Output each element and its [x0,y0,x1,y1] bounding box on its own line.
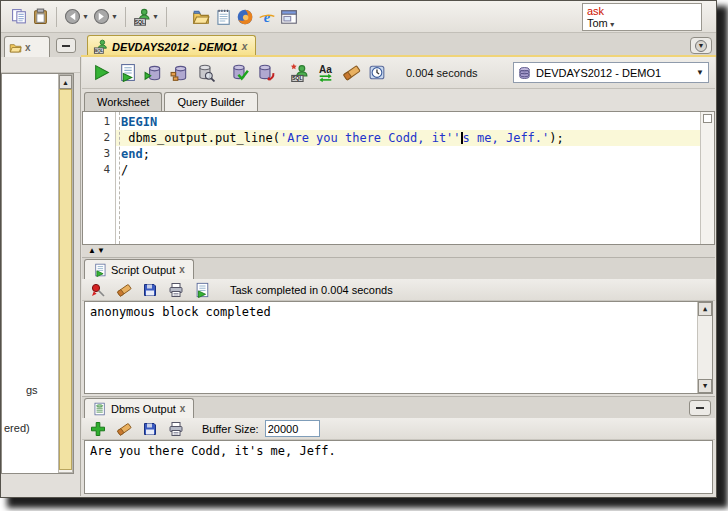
buffer-size-input[interactable] [265,420,320,437]
clear-output-button[interactable] [114,278,134,302]
script-output-area[interactable]: anonymous block completed ▲ ▼ [84,301,713,394]
code-line[interactable]: BEGIN [116,114,700,130]
open-folder-icon [192,8,210,26]
code-line[interactable]: dbms_output.put_line('Are you there Codd… [116,130,700,146]
search-text-line2: Tom [587,17,608,29]
editor-tab-row: Worksheet Query Builder [82,89,715,111]
code-segment-string: s me, Jeff.' [463,131,550,145]
scroll-up-icon[interactable]: ▲ [698,302,712,316]
commit-button[interactable] [228,61,251,85]
copy-button[interactable] [9,5,30,29]
notepad-button[interactable] [212,5,234,29]
case-toggle-button[interactable]: Aa [314,61,337,85]
sql-tuning-advisor-button[interactable] [194,61,217,85]
connection-selector[interactable]: DEVDAYS2012 - DEMO1 ▼ [513,62,709,83]
connections-panel-tab[interactable]: x [4,36,50,57]
run-script-output-button[interactable] [192,278,212,302]
code-segment-keyword: end [121,147,143,161]
print-dbms-output-button[interactable] [166,417,186,441]
rollback-icon [256,63,275,82]
clear-dbms-output-button[interactable] [114,417,134,441]
document-tab-label: DEVDAYS2012 - DEMO1 [112,41,238,53]
tab-query-builder[interactable]: Query Builder [164,92,257,111]
add-output-connection-button[interactable] [88,417,108,441]
save-icon [142,421,158,437]
copy-icon [11,8,28,25]
form-window-button[interactable] [278,5,300,29]
paste-button[interactable] [30,5,51,29]
worksheet-document-tab[interactable]: SQL DEVDAYS2012 - DEMO1 x [87,35,256,57]
script-output-scrollbar[interactable]: ▲ ▼ [697,302,712,393]
sql-editor: 1234 BEGIN dbms_output.put_line('Are you… [82,111,715,245]
dbms-output-panel: Dbms Output x Buffer Size: Are you there… [82,396,715,496]
dbms-output-close-icon[interactable]: x [180,403,186,414]
unshared-worksheet-button[interactable]: SQL [288,61,311,85]
pin-button[interactable] [88,278,108,302]
script-output-close-icon[interactable]: x [179,264,185,275]
screenshot-stage: ▼ ▼ SQL ▼ e ask Tom▼ [0,0,728,511]
sql-developer-window: ▼ ▼ SQL ▼ e ask Tom▼ [0,0,717,498]
open-sql-worksheet-button[interactable]: SQL ▼ [131,5,161,29]
save-dbms-output-button[interactable] [140,417,160,441]
document-tab-close-icon[interactable]: x [242,41,248,52]
search-dropdown-caret[interactable]: ▼ [609,21,616,28]
line-number: 1 [83,114,115,130]
run-script-button[interactable] [116,61,139,85]
panel-minimize-button[interactable] [56,38,76,53]
worksheet-dropdown-caret[interactable]: ▼ [152,13,159,20]
splitter-down-icon[interactable]: ▼ [97,247,105,255]
forward-button[interactable]: ▼ [91,5,120,29]
sql-history-button[interactable] [366,61,389,85]
clipped-tree-label-2: ered) [4,422,30,434]
svg-text:SQL: SQL [94,48,103,53]
horizontal-splitter[interactable]: ▲ ▼ [82,245,715,257]
connection-dropdown-caret[interactable]: ▼ [696,68,704,77]
dbms-output-area[interactable]: Are you there Codd, it's me, Jeff. [84,440,713,494]
firefox-button[interactable] [234,5,256,29]
ask-tom-search-box[interactable]: ask Tom▼ [582,3,702,31]
line-number: 4 [83,162,115,178]
back-button[interactable]: ▼ [62,5,91,29]
code-segment-string: 'Are you there Codd, it'' [280,131,461,145]
worksheet-area: SQL Aa 0.004 seconds DEVDAYS2012 - DEMO1… [82,57,715,496]
scroll-down-icon[interactable]: ▼ [698,379,712,393]
dbms-output-minimize-button[interactable] [689,400,711,416]
print-button[interactable] [166,278,186,302]
minimize-icon [696,407,704,409]
run-script-icon [118,63,137,82]
forward-dropdown-caret[interactable]: ▼ [111,13,118,20]
forward-icon [93,8,110,25]
code-line[interactable]: / [116,162,700,178]
navigator-scroll-thumb[interactable] [59,89,72,470]
sql-worksheet-icon: SQL [133,8,151,26]
splitter-up-icon[interactable]: ▲ [88,247,96,255]
code-line[interactable]: end; [116,146,700,162]
run-script-icon [194,282,210,298]
scroll-up-icon[interactable]: ▲ [59,75,72,89]
tab-overflow-button[interactable]: ▼ [690,37,712,54]
back-dropdown-caret[interactable]: ▼ [82,13,89,20]
open-folder-button[interactable] [190,5,212,29]
pin-icon [90,282,106,298]
editor-code-area[interactable]: BEGIN dbms_output.put_line('Are you ther… [116,112,700,244]
code-segment-plain: dbms_output.put_line( [121,131,280,145]
notepad-icon [214,8,232,26]
internet-explorer-button[interactable]: e [256,5,278,29]
tab-worksheet[interactable]: Worksheet [84,92,162,111]
save-button[interactable] [140,278,160,302]
script-output-tab-icon [93,263,107,277]
run-statement-button[interactable] [90,61,113,85]
explain-plan-button[interactable] [168,61,191,85]
rollback-button[interactable] [254,61,277,85]
connection-label: DEVDAYS2012 - DEMO1 [536,67,661,79]
clear-button[interactable] [340,61,363,85]
svg-text:SQL: SQL [135,18,146,24]
navigator-scrollbar[interactable]: ▲ [58,74,73,473]
editor-gutter: 1234 [83,112,116,244]
autotrace-button[interactable] [142,61,165,85]
tab-script-output[interactable]: Script Output x [84,259,194,279]
code-segment-plain: ; [143,147,150,161]
annotation-status-box[interactable] [703,114,712,123]
tab-dbms-output[interactable]: Dbms Output x [84,398,194,418]
connections-tab-close-icon[interactable]: x [25,42,31,53]
